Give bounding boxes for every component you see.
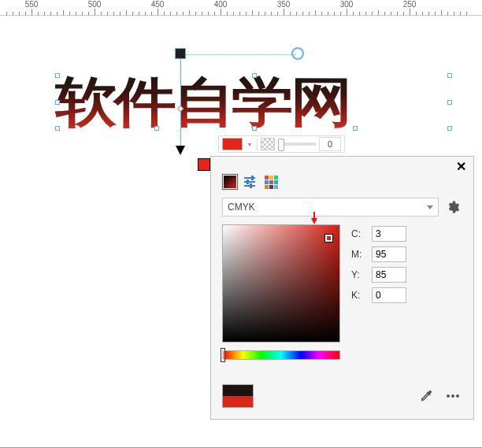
k-label: K: bbox=[351, 290, 365, 301]
horizontal-ruler[interactable]: 550500450400350300250 bbox=[0, 0, 482, 16]
ruler-label: 450 bbox=[151, 0, 165, 9]
node-color-swatch[interactable] bbox=[222, 138, 243, 150]
ruler-label: 500 bbox=[88, 0, 102, 9]
more-icon bbox=[446, 393, 460, 399]
selection-handle-nw[interactable] bbox=[55, 73, 60, 78]
svg-rect-4 bbox=[247, 180, 249, 184]
color-editor-panel: ✕ bbox=[210, 156, 474, 420]
selection-handle-s3[interactable] bbox=[353, 126, 358, 131]
svg-point-15 bbox=[447, 394, 450, 398]
svg-rect-14 bbox=[274, 185, 278, 189]
sliders-icon bbox=[243, 175, 258, 189]
picker-indicator[interactable] bbox=[325, 235, 332, 242]
node-color-dropdown-icon[interactable]: ▾ bbox=[246, 138, 254, 150]
svg-rect-8 bbox=[274, 176, 278, 180]
selection-handle-se[interactable] bbox=[447, 126, 452, 131]
selection-handle-s1[interactable] bbox=[154, 126, 159, 131]
old-color bbox=[223, 385, 253, 396]
selection-handle-n[interactable] bbox=[252, 73, 257, 78]
close-icon[interactable]: ✕ bbox=[454, 161, 467, 174]
text-object[interactable]: 软件自学网 bbox=[55, 75, 350, 128]
svg-rect-3 bbox=[251, 176, 254, 180]
selection-handle-e[interactable] bbox=[447, 100, 452, 105]
opacity-slider[interactable] bbox=[278, 143, 316, 146]
svg-rect-5 bbox=[250, 183, 252, 188]
cmyk-inputs: C: M: Y: K: bbox=[351, 226, 406, 360]
gradient-direction-handle[interactable] bbox=[291, 47, 304, 60]
c-label: C: bbox=[351, 228, 365, 239]
c-input[interactable] bbox=[372, 226, 406, 242]
annotation-arrow-icon bbox=[311, 218, 317, 224]
m-input[interactable] bbox=[372, 246, 406, 262]
picker-background bbox=[223, 225, 339, 342]
k-input[interactable] bbox=[372, 287, 406, 303]
settings-button[interactable] bbox=[443, 198, 462, 217]
ruler-label: 350 bbox=[277, 0, 291, 9]
y-label: Y: bbox=[351, 269, 365, 280]
gradient-guide-horizontal[interactable] bbox=[186, 54, 296, 55]
hue-cursor[interactable] bbox=[221, 348, 225, 362]
color-viewer-tab[interactable] bbox=[222, 174, 238, 190]
selection-handle-sw[interactable] bbox=[55, 126, 60, 131]
color-compare-swatch[interactable] bbox=[222, 384, 254, 408]
gradient-swatch-icon bbox=[224, 176, 236, 188]
color-model-label: CMYK bbox=[228, 202, 255, 213]
svg-rect-1 bbox=[244, 181, 255, 183]
ruler-label: 400 bbox=[214, 0, 228, 9]
m-label: M: bbox=[351, 249, 365, 260]
color-palettes-tab[interactable] bbox=[263, 174, 279, 190]
gradient-end-node[interactable] bbox=[198, 158, 210, 171]
selection-handle-ne[interactable] bbox=[447, 73, 452, 78]
node-color-toolbar: ▾ 0 bbox=[218, 135, 345, 153]
color-model-select[interactable]: CMYK bbox=[222, 198, 439, 217]
ruler-label: 300 bbox=[340, 0, 354, 9]
opacity-value[interactable]: 0 bbox=[319, 137, 341, 151]
new-color bbox=[223, 396, 253, 407]
svg-rect-12 bbox=[265, 185, 269, 189]
svg-rect-13 bbox=[269, 185, 273, 189]
svg-point-17 bbox=[456, 394, 459, 398]
toolbar-separator bbox=[257, 138, 258, 150]
selection-handle-s2[interactable] bbox=[252, 126, 257, 131]
svg-rect-9 bbox=[265, 180, 269, 184]
selection-handle-w[interactable] bbox=[55, 100, 60, 105]
gradient-arrowhead-icon bbox=[176, 146, 185, 155]
chevron-down-icon bbox=[427, 205, 433, 209]
y-input[interactable] bbox=[372, 267, 406, 283]
svg-rect-7 bbox=[269, 176, 273, 180]
svg-point-16 bbox=[451, 394, 454, 398]
eyedropper-icon bbox=[419, 389, 433, 403]
transparency-checker-icon[interactable] bbox=[261, 138, 275, 150]
gradient-start-node[interactable] bbox=[175, 48, 186, 59]
more-options-button[interactable] bbox=[443, 387, 462, 405]
palette-icon bbox=[264, 175, 278, 189]
hue-slider[interactable] bbox=[222, 350, 340, 360]
svg-rect-6 bbox=[265, 176, 269, 180]
ruler-label: 250 bbox=[403, 0, 417, 9]
ruler-label: 550 bbox=[25, 0, 39, 9]
color-sliders-tab[interactable] bbox=[243, 174, 258, 190]
svg-rect-10 bbox=[269, 180, 273, 184]
gear-icon bbox=[446, 200, 460, 214]
svg-rect-11 bbox=[274, 180, 278, 184]
color-picker-field[interactable] bbox=[222, 224, 340, 342]
eyedropper-button[interactable] bbox=[417, 387, 436, 405]
